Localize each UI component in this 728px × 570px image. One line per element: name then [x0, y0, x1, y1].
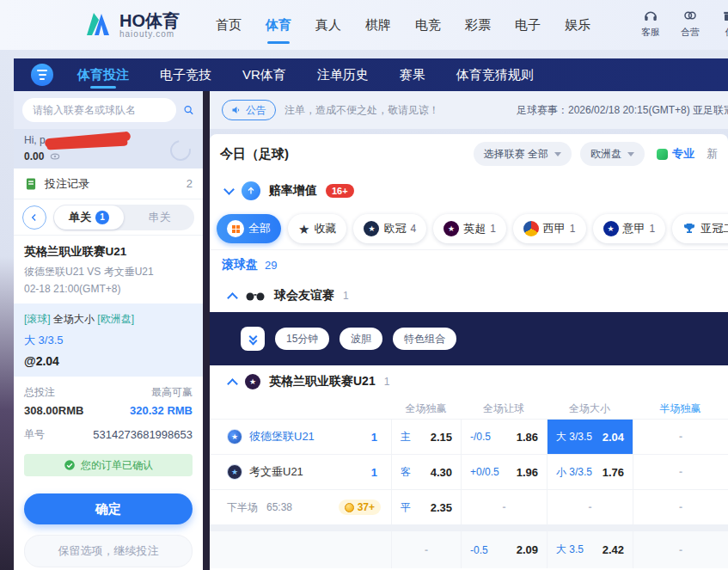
bet-time: 02-18 21:00(GMT+8) — [24, 283, 193, 295]
tab-vr-sports[interactable]: VR体育 — [242, 58, 286, 91]
odds-handicap-line2[interactable]: -0.5 2.09 — [461, 531, 547, 568]
search-icon[interactable] — [183, 102, 194, 118]
promo-badge[interactable]: 37+ — [339, 500, 381, 515]
odds-empty[interactable]: - — [633, 455, 728, 489]
odds-type-select[interactable]: 欧洲盘 — [580, 142, 645, 166]
filter-special-combo[interactable]: 特色组合 — [393, 328, 456, 350]
nav-entertainment[interactable]: 娱乐 — [565, 1, 590, 50]
chip-count: 1 — [490, 223, 496, 235]
odds-empty[interactable]: - — [633, 531, 728, 568]
tab-sports-betting[interactable]: 体育投注 — [77, 58, 129, 91]
section-club-friendly[interactable]: 球会友谊赛 1 — [210, 279, 728, 312]
nav-live-casino[interactable]: 真人 — [315, 1, 341, 50]
odds-home-win[interactable]: 主 2.15 — [391, 420, 461, 454]
odds-over-line2[interactable]: 大 3.5 2.42 — [547, 531, 633, 568]
chip-acl2[interactable]: 亚冠二 2 — [672, 214, 728, 243]
tab-esports[interactable]: 电子竞技 — [160, 58, 211, 91]
odds-away-win[interactable]: 客 4.30 — [391, 455, 461, 489]
sidebar: Hi, p 0.00 投注记录 2 单关 1 — [14, 91, 203, 570]
chevron-up-icon[interactable] — [227, 292, 238, 303]
odds-handicap-home[interactable]: -/0.5 1.86 — [461, 420, 547, 454]
chip-epl[interactable]: ★ 英超 1 — [433, 214, 506, 243]
chip-count: 1 — [570, 223, 576, 235]
odds-empty[interactable]: - — [633, 420, 728, 454]
chip-ucl[interactable]: ★ 欧冠 4 — [353, 214, 426, 243]
main-nav: 首页 体育 真人 棋牌 电竞 彩票 电子 娱乐 — [216, 1, 590, 50]
pro-mode-toggle[interactable]: 专业 — [657, 146, 694, 162]
away-team-name: 考文垂U21 — [249, 464, 303, 480]
odds-panel: 今日（足球) 选择联赛 全部 欧洲盘 专业 新 赔率增值 16+ — [210, 134, 728, 570]
announcement-badge[interactable]: 公告 — [222, 100, 276, 120]
chip-label: 西甲 — [543, 221, 566, 236]
tab-rules[interactable]: 体育竞猜规则 — [456, 58, 534, 91]
announcement-match-info: 足球赛事：2026/02/18 20:15(GMT+8) 亚足联冠军联赛 — [517, 103, 728, 118]
odds-empty[interactable]: - — [633, 490, 728, 524]
search-input[interactable] — [22, 98, 176, 122]
odds-empty[interactable]: - — [391, 531, 461, 568]
order-confirmed-text: 您的订单已确认 — [81, 458, 153, 473]
quick-customer-service[interactable]: 客服 — [634, 8, 667, 39]
filter-15min[interactable]: 15分钟 — [275, 328, 329, 350]
match-row-away: ★ 考文垂U21 1 客 4.30 +0/0.5 1.96 小 3/3.5 1.… — [210, 454, 728, 489]
league-select[interactable]: 选择联赛 全部 — [474, 142, 572, 166]
handshake-icon — [682, 8, 698, 23]
chip-label: 英超 — [463, 221, 486, 236]
odds-over-selected[interactable]: 大 3/3.5 2.04 — [547, 420, 633, 454]
quick-partnership[interactable]: 合营 — [674, 8, 707, 39]
section-england-u21[interactable]: ★ 英格兰职业联赛U21 1 — [210, 365, 728, 398]
bet-record-row[interactable]: 投注记录 2 — [14, 169, 203, 199]
chip-seriea[interactable]: ★ 意甲 1 — [593, 214, 666, 243]
home-team-name: 彼德堡联U21 — [249, 429, 315, 444]
ucl-league-icon: ★ — [364, 221, 379, 236]
confirm-button[interactable]: 确定 — [24, 493, 193, 524]
expand-all-button[interactable] — [241, 327, 265, 351]
new-mode-label[interactable]: 新 — [707, 146, 718, 162]
back-button[interactable] — [22, 205, 46, 230]
filter-icon[interactable] — [31, 64, 53, 86]
live-label: 滚球盘 — [222, 257, 258, 273]
section-count: 1 — [384, 376, 390, 388]
odds-empty[interactable]: - — [461, 490, 547, 524]
bet-slip-tabs: 单关 1 串关 — [53, 205, 194, 230]
col-fulltime-handicap: 全场让球 — [461, 401, 547, 416]
tab-single-bet[interactable]: 单关 1 — [54, 205, 124, 230]
nav-esports[interactable]: 电竞 — [415, 1, 441, 50]
tab-bet-history[interactable]: 注单历史 — [317, 58, 369, 91]
col-halftime-1x2: 半场独赢 — [633, 401, 728, 416]
chip-favorites[interactable]: ★ 收藏 — [288, 214, 346, 243]
chip-count: 4 — [410, 223, 416, 235]
quick-promo[interactable]: 优 — [713, 8, 728, 39]
match-clock: 65:38 — [266, 501, 292, 513]
tab-parlay-label: 串关 — [149, 210, 171, 225]
filter-correct-score[interactable]: 波胆 — [340, 328, 382, 350]
tab-parlay-bet[interactable]: 串关 — [125, 205, 194, 230]
chip-all[interactable]: 全部 — [217, 214, 281, 243]
stake-label: 总投注 — [24, 385, 83, 400]
odds-empty[interactable]: - — [547, 490, 633, 524]
nav-home[interactable]: 首页 — [216, 1, 242, 50]
nav-lottery[interactable]: 彩票 — [465, 1, 491, 50]
bet-market: 全场大小 — [53, 313, 95, 325]
logo[interactable]: HO体育 haiouty.com — [82, 9, 180, 40]
keep-selection-button[interactable]: 保留选项，继续投注 — [24, 535, 193, 567]
away-team-cell[interactable]: ★ 考文垂U21 1 — [210, 455, 391, 489]
eye-icon[interactable] — [49, 150, 61, 162]
nav-slots[interactable]: 电子 — [515, 1, 541, 50]
quick-links: 客服 合营 优 — [634, 8, 728, 39]
odds-handicap-away[interactable]: +0/0.5 1.96 — [461, 455, 547, 489]
tab-results[interactable]: 赛果 — [400, 58, 425, 91]
chevron-up-icon[interactable] — [227, 378, 238, 389]
odds-boost-row[interactable]: 赔率增值 16+ — [210, 174, 728, 208]
match-row-secondary-line: - -0.5 2.09 大 3.5 2.42 - — [210, 531, 728, 568]
home-team-cell[interactable]: ★ 彼德堡联U21 1 — [210, 420, 391, 454]
chip-laliga[interactable]: 西甲 1 — [513, 214, 586, 243]
live-count: 29 — [265, 259, 277, 272]
friendly-league-icon — [245, 291, 266, 301]
odds-under[interactable]: 小 3/3.5 1.76 — [547, 455, 633, 489]
chevron-down-icon[interactable] — [223, 184, 235, 195]
live-betting-row[interactable]: 滚球盘 29 — [210, 249, 728, 279]
logo-subtitle: haiouty.com — [119, 29, 180, 39]
nav-sports[interactable]: 体育 — [266, 1, 291, 50]
nav-cards[interactable]: 棋牌 — [365, 1, 391, 50]
odds-draw[interactable]: 平 2.35 — [391, 490, 461, 524]
